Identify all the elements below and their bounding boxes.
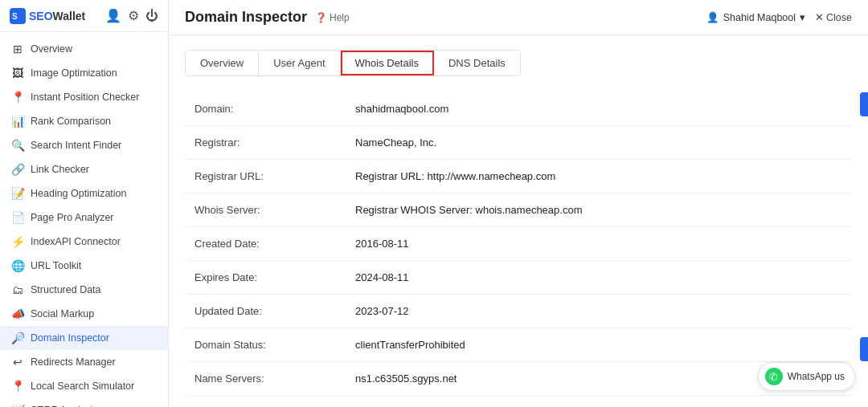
sidebar-item-structured-data[interactable]: 🗂Structured Data: [0, 278, 168, 302]
user-icon[interactable]: 👤: [105, 8, 121, 23]
sidebar-item-label: Page Pro Analyzer: [31, 212, 114, 223]
help-icon: ❓: [315, 12, 327, 23]
sidebar-item-local-search-simulator[interactable]: 📍Local Search Simulator: [0, 374, 168, 398]
nav-icon-indexapi-connector: ⚡: [11, 235, 24, 248]
sidebar-item-label: Overview: [31, 43, 72, 55]
row-value: Registrar WHOIS Server: whois.namecheap.…: [346, 193, 852, 227]
nav-icon-serp-analysis: 📈: [11, 404, 24, 407]
sidebar-item-label: Rank Comparison: [31, 116, 111, 127]
row-label: Whois Server:: [185, 193, 346, 227]
nav-icon-page-pro-analyzer: 📄: [11, 211, 24, 224]
logo-text: SEOWallet: [29, 10, 85, 22]
tab-dns-details[interactable]: DNS Details: [434, 51, 520, 75]
main-content: Domain Inspector ❓ Help 👤 Shahid Maqbool…: [169, 0, 868, 407]
nav-icon-redirects-manager: ↩: [11, 356, 24, 368]
sidebar-item-label: Search Intent Finder: [31, 140, 121, 151]
help-link[interactable]: ❓ Help: [315, 12, 350, 23]
tab-overview[interactable]: Overview: [186, 51, 259, 75]
whatsapp-label: WhatsApp us: [788, 371, 845, 382]
row-label: Registrar URL:: [185, 160, 346, 193]
sidebar-nav: ⊞Overview🖼Image Optimization📍Instant Pos…: [0, 32, 168, 407]
sidebar-item-serp-analysis[interactable]: 📈SERP Analysis: [0, 398, 168, 407]
chevron-down-icon: ▾: [800, 11, 805, 23]
sidebar-item-label: Link Checker: [31, 164, 89, 175]
row-label: Domain Status:: [185, 328, 346, 362]
sidebar-item-heading-optimization[interactable]: 📝Heading Optimization: [0, 181, 168, 206]
sidebar-item-label: Local Search Simulator: [31, 381, 134, 392]
settings-icon[interactable]: ⚙: [128, 8, 139, 23]
sidebar-item-redirects-manager[interactable]: ↩Redirects Manager: [0, 350, 168, 374]
sidebar-item-social-markup[interactable]: 📣Social Markup: [0, 302, 168, 326]
sidebar-item-url-toolkit[interactable]: 🌐URL Toolkit: [0, 254, 168, 278]
table-row: Domain:shahidmaqbool.com: [185, 92, 852, 126]
sidebar-item-page-pro-analyzer[interactable]: 📄Page Pro Analyzer: [0, 206, 168, 230]
nav-icon-rank-comparison: 📊: [11, 115, 24, 128]
nav-icon-social-markup: 📣: [11, 307, 24, 320]
sidebar-header: S SEOWallet 👤 ⚙ ⏻: [0, 0, 168, 32]
sidebar-item-overview[interactable]: ⊞Overview: [0, 37, 168, 61]
row-value: shahidmaqbool.com: [346, 92, 852, 126]
nav-icon-image-optimization: 🖼: [11, 67, 24, 79]
sidebar-item-search-intent-finder[interactable]: 🔍Search Intent Finder: [0, 133, 168, 157]
tab-user-agent[interactable]: User Agent: [259, 51, 340, 75]
table-row: Registrar URL:Registrar URL: http://www.…: [185, 160, 852, 193]
nav-icon-domain-inspector: 🔎: [11, 332, 24, 344]
table-row: Domain Status:clientTransferProhibited: [185, 328, 852, 362]
whatsapp-icon: ✆: [765, 368, 783, 385]
user-dropdown[interactable]: 👤 Shahid Maqbool ▾: [706, 11, 805, 23]
row-label: Registrar:: [185, 126, 346, 160]
topbar-left: Domain Inspector ❓ Help: [185, 9, 350, 26]
user-avatar-icon: 👤: [706, 11, 719, 23]
whois-table: Domain:shahidmaqbool.comRegistrar:NameCh…: [185, 92, 852, 396]
whatsapp-button[interactable]: ✆ WhatsApp us: [758, 362, 855, 391]
sidebar-header-actions: 👤 ⚙ ⏻: [105, 8, 158, 23]
nav-icon-url-toolkit: 🌐: [11, 259, 24, 272]
nav-icon-search-intent-finder: 🔍: [11, 139, 24, 152]
sidebar-item-label: Instant Position Checker: [31, 92, 140, 103]
sidebar-item-label: Heading Optimization: [31, 188, 127, 199]
sidebar-item-domain-inspector[interactable]: 🔎Domain Inspector: [0, 326, 168, 350]
scroll-handle-bottom[interactable]: [860, 337, 868, 361]
close-icon: ✕: [815, 11, 824, 23]
sidebar-item-instant-position-checker[interactable]: 📍Instant Position Checker: [0, 85, 168, 109]
content-area: OverviewUser AgentWhois DetailsDNS Detai…: [169, 35, 868, 407]
logo: S SEOWallet: [10, 8, 85, 24]
table-row: Updated Date:2023-07-12: [185, 295, 852, 328]
sidebar-item-label: Image Optimization: [31, 67, 117, 79]
table-row: Name Servers:ns1.c63505.sgyps.net: [185, 362, 852, 396]
row-value: clientTransferProhibited: [346, 328, 852, 362]
close-button[interactable]: ✕ Close: [815, 11, 852, 23]
sidebar-item-label: IndexAPI Connector: [31, 236, 121, 247]
topbar-right: 👤 Shahid Maqbool ▾ ✕ Close: [706, 11, 852, 23]
nav-icon-heading-optimization: 📝: [11, 187, 24, 200]
page-title: Domain Inspector: [185, 9, 307, 26]
sidebar-item-label: Domain Inspector: [31, 332, 109, 344]
sidebar-item-link-checker[interactable]: 🔗Link Checker: [0, 157, 168, 181]
row-label: Domain:: [185, 92, 346, 126]
tab-whois-details[interactable]: Whois Details: [341, 51, 434, 75]
row-value: 2023-07-12: [346, 295, 852, 328]
row-value: NameCheap, Inc.: [346, 126, 852, 160]
logo-icon: S: [10, 8, 26, 24]
scroll-handle-top[interactable]: [860, 92, 868, 116]
row-label: Name Servers:: [185, 362, 346, 396]
table-row: Whois Server:Registrar WHOIS Server: who…: [185, 193, 852, 227]
row-label: Updated Date:: [185, 295, 346, 328]
sidebar-item-label: Structured Data: [31, 284, 101, 295]
row-value: 2024-08-11: [346, 261, 852, 295]
tabs: OverviewUser AgentWhois DetailsDNS Detai…: [185, 50, 521, 76]
table-row: Expires Date:2024-08-11: [185, 261, 852, 295]
sidebar: S SEOWallet 👤 ⚙ ⏻ ⊞Overview🖼Image Optimi…: [0, 0, 169, 407]
nav-icon-link-checker: 🔗: [11, 163, 24, 176]
sidebar-item-indexapi-connector[interactable]: ⚡IndexAPI Connector: [0, 230, 168, 254]
sidebar-item-rank-comparison[interactable]: 📊Rank Comparison: [0, 109, 168, 133]
row-value: Registrar URL: http://www.namecheap.com: [346, 160, 852, 193]
nav-icon-structured-data: 🗂: [11, 283, 24, 296]
sidebar-item-label: Redirects Manager: [31, 356, 116, 368]
sidebar-item-label: URL Toolkit: [31, 260, 81, 271]
row-value: 2016-08-11: [346, 227, 852, 261]
power-icon[interactable]: ⏻: [145, 9, 158, 23]
sidebar-item-image-optimization[interactable]: 🖼Image Optimization: [0, 61, 168, 85]
topbar: Domain Inspector ❓ Help 👤 Shahid Maqbool…: [169, 0, 868, 35]
row-label: Expires Date:: [185, 261, 346, 295]
